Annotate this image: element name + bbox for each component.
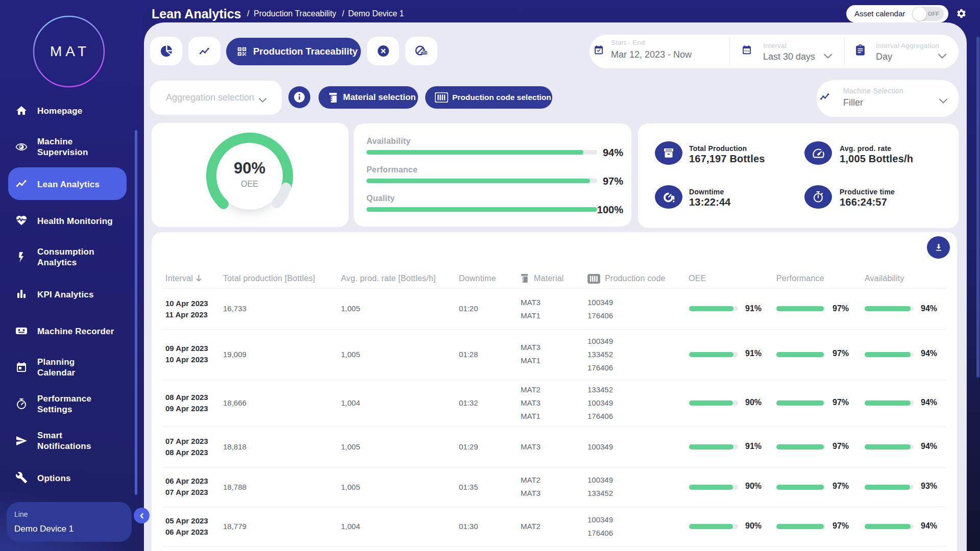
svg-text:MAT: MAT: [50, 43, 90, 59]
